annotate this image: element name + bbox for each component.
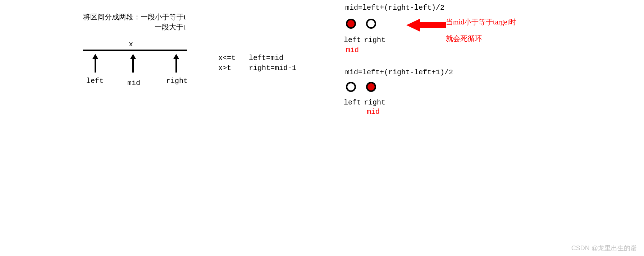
case2-mid-label: mid [367, 108, 380, 116]
svg-marker-4 [130, 54, 136, 59]
arrow-up-mid-icon [129, 54, 137, 73]
cond1-a: x<=t [218, 54, 236, 62]
svg-marker-2 [92, 54, 98, 59]
note-line1: 当mid小于等于target时 [446, 17, 516, 27]
case1-right-label: right [364, 36, 385, 44]
case1-circle-right [366, 19, 376, 31]
x-label: x [129, 40, 133, 48]
cond2-a: x>t [218, 64, 231, 72]
case1-circle-left [346, 19, 356, 31]
case2-circle-right [366, 82, 376, 94]
left-title-line2: 一段大于t [155, 22, 186, 32]
ptr-mid-label: mid [127, 79, 140, 87]
case2-circle-left [346, 82, 356, 94]
cond1-b: left=mid [249, 54, 283, 62]
note-line2: 就会死循环 [446, 34, 482, 43]
watermark: CSDN @龙里出生的蛋 [571, 244, 637, 252]
case1-left-label: left [344, 36, 361, 44]
svg-marker-7 [406, 19, 446, 32]
ptr-left-label: left [86, 77, 104, 85]
case1-mid-label: mid [346, 46, 359, 54]
arrow-left-icon [406, 18, 446, 32]
case2-left-label: left [344, 98, 361, 107]
number-line [83, 48, 187, 52]
cond2-b: right=mid-1 [249, 64, 296, 72]
svg-marker-6 [173, 54, 179, 59]
ptr-right-label: right [166, 77, 188, 85]
left-title-line1: 将区间分成两段：一段小于等于t [83, 12, 186, 22]
formula2: mid=left+(right-left+1)/2 [345, 68, 453, 76]
arrow-up-left-icon [91, 54, 100, 73]
formula1: mid=left+(right-left)/2 [345, 4, 444, 12]
case2-right-label: right [364, 98, 385, 107]
arrow-up-right-icon [172, 54, 181, 73]
